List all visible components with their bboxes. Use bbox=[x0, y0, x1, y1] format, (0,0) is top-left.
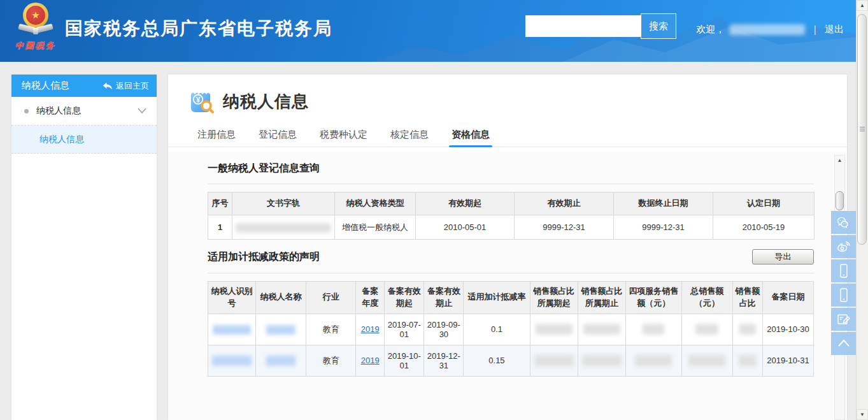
redacted-value bbox=[635, 355, 672, 366]
cell-filing-valid-to: 2019-12-31 bbox=[424, 345, 464, 376]
browser-scrollbar[interactable]: ▲ ▼ bbox=[856, 0, 868, 420]
cell-sales-ratio bbox=[732, 345, 762, 376]
cell-filing-date: 2019-10-31 bbox=[762, 345, 813, 376]
col-header: 销售额占比 bbox=[732, 282, 762, 314]
col-header: 备案有效期起 bbox=[385, 282, 424, 314]
col-header: 有效期起 bbox=[416, 192, 515, 215]
bullet-icon bbox=[24, 109, 29, 113]
redacted-value bbox=[266, 356, 295, 366]
cell-taxpayer-name bbox=[256, 314, 306, 345]
cell-industry: 教育 bbox=[306, 345, 356, 376]
col-header: 行业 bbox=[306, 282, 356, 314]
section-title-deduction-policy: 适用加计抵减政策的声明 bbox=[208, 250, 320, 264]
col-header: 适用加计抵减率 bbox=[464, 282, 530, 314]
scroll-down-arrow-icon[interactable]: ▼ bbox=[857, 409, 868, 420]
tab-tax-type-determination[interactable]: 税费种认定 bbox=[320, 123, 367, 147]
cell-deduction-rate: 0.15 bbox=[464, 345, 530, 376]
col-header: 四项服务销售额（元） bbox=[625, 282, 681, 314]
redacted-value bbox=[582, 355, 622, 366]
tax-bureau-logo: ★ 中国税务 bbox=[9, 3, 62, 52]
tab-qualification-info[interactable]: 资格信息 bbox=[452, 123, 490, 147]
browser-scrollbar-thumb[interactable] bbox=[857, 14, 867, 245]
cell-total-sales bbox=[681, 314, 732, 345]
cell-four-services-sales bbox=[625, 345, 681, 376]
cell-filing-year: 2019 bbox=[356, 345, 385, 376]
deduction-policy-table: 纳税人识别号 纳税人名称 行业 备案年度 备案有效期起 备案有效期止 适用加计抵… bbox=[208, 281, 814, 377]
scroll-up-arrow-icon[interactable]: ▲ bbox=[835, 156, 844, 166]
survey-button[interactable] bbox=[831, 308, 856, 331]
chevron-down-icon bbox=[138, 108, 146, 114]
cell-determination-date: 2010-05-19 bbox=[713, 215, 815, 240]
filing-year-link[interactable]: 2019 bbox=[361, 324, 380, 334]
welcome-divider: ｜ bbox=[810, 24, 820, 36]
logout-link[interactable]: 退出 bbox=[825, 24, 844, 36]
cell-data-end-date: 9999-12-31 bbox=[614, 215, 713, 240]
page-title: 纳税人信息 bbox=[223, 91, 309, 113]
back-home-label: 返回主页 bbox=[116, 80, 149, 92]
col-header: 备案日期 bbox=[762, 282, 813, 314]
wechat-share-button[interactable] bbox=[831, 211, 856, 234]
sidebar-subitem-label: 纳税人信息 bbox=[39, 134, 84, 145]
cell-sales-ratio-period-from bbox=[530, 314, 578, 345]
cell-sales-ratio-period-to bbox=[578, 345, 625, 376]
floating-toolbar bbox=[831, 211, 856, 355]
section-title-general-taxpayer: 一般纳税人登记信息查询 bbox=[208, 162, 847, 175]
weibo-share-button[interactable] bbox=[831, 235, 856, 258]
table-header-row: 纳税人识别号 纳税人名称 行业 备案年度 备案有效期起 备案有效期止 适用加计抵… bbox=[208, 282, 814, 314]
tab-verification-info[interactable]: 核定信息 bbox=[390, 123, 429, 147]
back-home-button[interactable]: 返回主页 bbox=[103, 80, 149, 92]
site-title: 国家税务总局广东省电子税务局 bbox=[65, 17, 332, 41]
svg-text:¥: ¥ bbox=[196, 96, 201, 105]
cell-taxpayer-name bbox=[256, 345, 306, 376]
back-to-top-button[interactable] bbox=[831, 332, 856, 355]
cell-filing-valid-from: 2019-10-01 bbox=[385, 345, 424, 376]
mobile-icon bbox=[837, 263, 851, 279]
sidebar-item-taxpayer-info[interactable]: 纳税人信息 bbox=[11, 97, 157, 126]
col-header: 销售额占比所属期起 bbox=[530, 282, 578, 314]
cell-valid-from: 2010-05-01 bbox=[416, 215, 515, 240]
tab-registration-info[interactable]: 登记信息 bbox=[259, 123, 297, 147]
filing-year-link[interactable]: 2019 bbox=[361, 356, 380, 365]
cell-deduction-rate: 0.1 bbox=[464, 314, 530, 345]
table-row: 教育 2019 2019-07-01 2019-09-30 0.1 2019-1… bbox=[208, 314, 814, 345]
cell-sales-ratio-period-to bbox=[578, 314, 625, 345]
welcome-area: 欢迎， ｜ 退出 bbox=[696, 24, 844, 36]
page-head: ¥ 纳税人信息 bbox=[168, 75, 847, 114]
tabs-bar: 注册信息 登记信息 税费种认定 核定信息 资格信息 bbox=[168, 123, 847, 147]
sidebar-subitem-taxpayer-info[interactable]: 纳税人信息 bbox=[11, 126, 157, 154]
content-scrollbar-thumb[interactable] bbox=[836, 191, 844, 210]
cell-sales-ratio-period-from bbox=[530, 345, 578, 376]
export-button[interactable]: 导出 bbox=[752, 249, 814, 264]
cell-taxpayer-id bbox=[208, 345, 256, 376]
col-header: 备案年度 bbox=[356, 282, 385, 314]
weibo-icon bbox=[836, 240, 851, 254]
mobile-icon bbox=[837, 287, 851, 303]
redacted-value bbox=[213, 325, 251, 335]
redacted-value bbox=[266, 325, 295, 335]
redacted-value bbox=[212, 356, 252, 366]
section-head-deduction-policy: 适用加计抵减政策的声明 导出 bbox=[208, 249, 814, 264]
scroll-up-arrow-icon[interactable]: ▲ bbox=[857, 0, 868, 11]
mobile-app-button[interactable] bbox=[831, 284, 856, 307]
cell-filing-valid-to: 2019-09-30 bbox=[424, 314, 464, 345]
section-divider bbox=[208, 184, 814, 184]
cell-seq: 1 bbox=[208, 215, 232, 240]
national-emblem-icon: ★ bbox=[18, 3, 53, 38]
cell-valid-to: 9999-12-31 bbox=[515, 215, 614, 240]
cell-qualification-type: 增值税一般纳税人 bbox=[335, 215, 416, 240]
sidebar-item-label: 纳税人信息 bbox=[36, 105, 81, 117]
mobile-app-button[interactable] bbox=[831, 259, 856, 282]
table-header-row: 序号 文书字轨 纳税人资格类型 有效期起 有效期止 数据终止日期 认定日期 bbox=[208, 192, 815, 215]
table-row: 教育 2019 2019-10-01 2019-12-31 0.15 2019-… bbox=[208, 345, 814, 376]
col-header: 纳税人资格类型 bbox=[335, 192, 416, 215]
tab-register-info[interactable]: 注册信息 bbox=[197, 123, 236, 147]
col-header: 数据终止日期 bbox=[614, 192, 713, 215]
search-input[interactable] bbox=[525, 15, 641, 37]
top-header: ★ 中国税务 国家税务总局广东省电子税务局 搜索 欢迎， ｜ 退出 bbox=[0, 0, 856, 62]
col-header: 销售额占比所属期止 bbox=[578, 282, 625, 314]
cell-filing-year: 2019 bbox=[356, 314, 385, 345]
search-button[interactable]: 搜索 bbox=[641, 13, 676, 39]
redacted-value bbox=[688, 355, 725, 366]
cell-sales-ratio bbox=[732, 314, 762, 345]
redacted-username bbox=[730, 24, 805, 35]
